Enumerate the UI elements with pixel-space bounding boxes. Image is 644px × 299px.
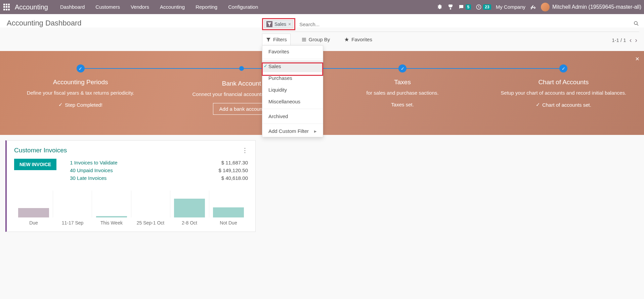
bar-col[interactable] xyxy=(209,191,248,217)
filter-tabs: Filters Group By Favorites xyxy=(262,34,376,45)
bar-label: 2-8 Oct xyxy=(170,220,209,226)
stat-unpaid[interactable]: 40 Unpaid Invoices xyxy=(70,167,113,173)
brand[interactable]: Accounting xyxy=(15,3,48,11)
nav-vendors[interactable]: Vendors xyxy=(126,0,154,14)
filter-archived[interactable]: Archived xyxy=(262,110,323,122)
bar xyxy=(213,207,244,217)
pager: 1-1 / 1 ‹ › xyxy=(612,36,637,44)
check-icon: ✓ xyxy=(398,64,406,72)
messages-icon[interactable]: 5 xyxy=(458,4,471,10)
messages-badge: 5 xyxy=(466,4,471,10)
invoice-bar-chart xyxy=(14,191,248,217)
pager-count: 1-1 / 1 xyxy=(612,37,626,43)
add-bank-account-button[interactable]: Add a bank account xyxy=(213,103,270,115)
bar-col[interactable] xyxy=(92,191,131,217)
step-status: ✓ Chart of accounts set. xyxy=(536,102,591,108)
nav-customers[interactable]: Customers xyxy=(91,0,125,14)
card-title[interactable]: Customer Invoices xyxy=(14,147,67,154)
apps-icon[interactable] xyxy=(3,3,11,11)
bar-label: 11-17 Sep xyxy=(53,220,92,226)
filter-favorites[interactable]: Favorites xyxy=(262,46,323,57)
bar-col[interactable] xyxy=(170,191,209,217)
stat-late-val: $ 40,618.00 xyxy=(221,175,248,181)
check-icon: ✓ xyxy=(559,64,567,72)
step-title: Taxes xyxy=(329,79,476,86)
stat-late[interactable]: 30 Late Invoices xyxy=(70,175,106,181)
filter-chip-sales[interactable]: Sales × xyxy=(264,20,293,28)
step-dot xyxy=(239,66,244,71)
new-invoice-button[interactable]: NEW INVOICE xyxy=(14,159,56,170)
svg-point-1 xyxy=(634,21,637,24)
step-accounting-periods[interactable]: ✓ Accounting Periods Define your fiscal … xyxy=(3,64,158,108)
avatar xyxy=(541,3,550,11)
step-title: Accounting Periods xyxy=(7,79,155,86)
step-status: ✓ Step Completed! xyxy=(58,102,102,108)
nav-accounting[interactable]: Accounting xyxy=(155,0,189,14)
bar-label: Due xyxy=(14,220,53,226)
filter-purchases[interactable]: Purchases xyxy=(262,72,323,84)
customer-invoices-card: Customer Invoices ⋮ NEW INVOICE 1 Invoic… xyxy=(5,140,256,232)
tab-favorites-label: Favorites xyxy=(351,37,372,42)
pager-prev[interactable]: ‹ xyxy=(630,36,632,44)
search-input[interactable] xyxy=(295,21,633,27)
chevron-right-icon: ▸ xyxy=(314,128,317,134)
step-desc: Setup your chart of accounts and record … xyxy=(489,89,637,96)
user-menu[interactable]: Mitchell Admin (19559645-master-all) xyxy=(541,3,641,11)
bar-col[interactable] xyxy=(53,191,92,217)
close-icon[interactable]: × xyxy=(288,21,291,27)
stat-validate-val: $ 11,687.30 xyxy=(221,160,248,165)
step-status: Taxes set. xyxy=(391,102,414,107)
filter-misc[interactable]: Miscellaneous xyxy=(262,96,323,107)
bar-labels: Due11-17 SepThis Week25 Sep-1 Oct2-8 Oct… xyxy=(14,220,248,226)
check-icon: ✓ xyxy=(77,64,85,72)
activities-icon[interactable]: 23 xyxy=(476,4,491,10)
bar-label: 25 Sep-1 Oct xyxy=(131,220,170,226)
step-desc: Define your fiscal years & tax returns p… xyxy=(7,89,155,96)
tab-groupby[interactable]: Group By xyxy=(298,34,333,45)
step-coa[interactable]: ✓ Chart of Accounts Setup your chart of … xyxy=(486,64,641,108)
bar xyxy=(96,216,127,217)
pager-next[interactable]: › xyxy=(635,36,637,44)
filter-add-custom[interactable]: Add Custom Filter ▸ xyxy=(262,125,323,137)
search-icon[interactable] xyxy=(633,20,639,28)
company-switcher[interactable]: My Company xyxy=(496,0,525,14)
invoice-stats: 1 Invoices to Validate$ 11,687.30 40 Unp… xyxy=(70,159,248,182)
filter-sales[interactable]: Sales xyxy=(262,60,323,72)
stat-unpaid-val: $ 149,120.50 xyxy=(218,167,248,173)
tab-favorites[interactable]: Favorites xyxy=(341,34,376,45)
tab-filters-label: Filters xyxy=(273,37,287,42)
bar-label: Not Due xyxy=(209,220,248,226)
nav-configuration[interactable]: Configuration xyxy=(223,0,263,14)
bar-label: This Week xyxy=(92,220,131,226)
bug-icon[interactable] xyxy=(437,4,443,10)
activities-badge: 23 xyxy=(483,4,491,10)
filter-chip-label: Sales xyxy=(274,21,286,27)
search-bar: Sales × xyxy=(262,18,639,32)
highlight-chip: Sales × xyxy=(262,18,295,30)
bar xyxy=(18,208,49,217)
user-name: Mitchell Admin (19559645-master-all) xyxy=(552,4,641,10)
phone-icon[interactable] xyxy=(447,4,454,10)
tab-filters[interactable]: Filters xyxy=(262,34,291,45)
step-desc: for sales and purchase sactions. xyxy=(329,89,476,96)
nav-reporting[interactable]: Reporting xyxy=(191,0,222,14)
filter-liquidity[interactable]: Liquidity xyxy=(262,84,323,96)
bar-col[interactable] xyxy=(14,191,53,217)
step-title: Chart of Accounts xyxy=(489,79,637,86)
filters-dropdown: Favorites Sales Purchases Liquidity Misc… xyxy=(262,45,323,137)
funnel-icon xyxy=(266,21,272,27)
kebab-icon[interactable]: ⋮ xyxy=(242,147,248,154)
filter-add-custom-label: Add Custom Filter xyxy=(268,128,309,134)
top-navbar: Accounting Dashboard Customers Vendors A… xyxy=(0,0,644,14)
tools-icon[interactable] xyxy=(530,4,536,10)
bar xyxy=(174,199,205,217)
nav-dashboard[interactable]: Dashboard xyxy=(55,0,89,14)
tab-groupby-label: Group By xyxy=(309,37,330,42)
bar-col[interactable] xyxy=(131,191,170,217)
stat-validate[interactable]: 1 Invoices to Validate xyxy=(70,160,117,165)
step-taxes[interactable]: ✓ Taxes for sales and purchase sactions.… xyxy=(325,64,480,108)
